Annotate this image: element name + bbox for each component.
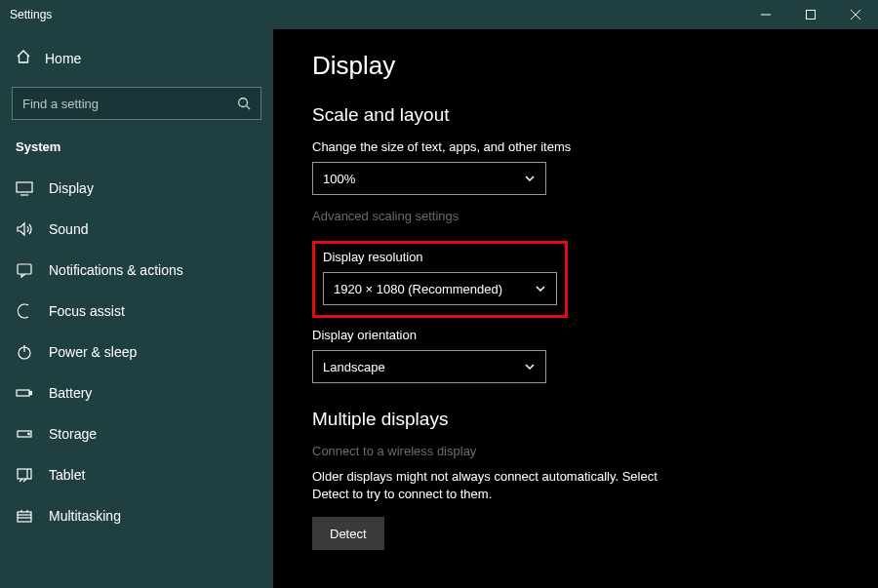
sidebar-item-focus-assist[interactable]: Focus assist — [0, 291, 273, 332]
search-icon — [237, 97, 251, 110]
sidebar-nav: Display Sound Notifications & actions Fo… — [0, 168, 273, 536]
home-label: Home — [45, 51, 81, 66]
storage-icon — [16, 425, 33, 443]
svg-rect-11 — [17, 390, 29, 396]
advanced-scaling-link[interactable]: Advanced scaling settings — [312, 209, 839, 223]
orientation-value: Landscape — [323, 360, 385, 374]
sidebar-item-label: Storage — [49, 426, 97, 442]
close-button[interactable] — [833, 0, 878, 29]
sound-icon — [16, 220, 33, 238]
sidebar: Home System Display Sound — [0, 29, 273, 588]
multiple-displays-title: Multiple displays — [312, 409, 839, 430]
svg-point-4 — [239, 98, 248, 107]
svg-rect-6 — [17, 182, 32, 192]
window-title: Settings — [0, 8, 52, 21]
titlebar: Settings — [0, 0, 878, 29]
sidebar-item-label: Notifications & actions — [49, 262, 183, 278]
svg-point-14 — [28, 433, 30, 435]
orientation-label: Display orientation — [312, 328, 839, 342]
sidebar-item-label: Sound — [49, 221, 88, 237]
resolution-label: Display resolution — [323, 250, 557, 264]
sidebar-item-label: Multitasking — [49, 508, 121, 524]
wireless-display-link[interactable]: Connect to a wireless display — [312, 444, 839, 458]
sidebar-item-label: Battery — [49, 385, 92, 401]
orientation-select[interactable]: Landscape — [312, 350, 546, 383]
sidebar-item-tablet[interactable]: Tablet — [0, 454, 273, 495]
search-input[interactable] — [12, 87, 261, 120]
scale-value: 100% — [323, 172, 355, 186]
home-link[interactable]: Home — [0, 37, 273, 79]
multitasking-icon — [16, 507, 33, 525]
notifications-icon — [16, 261, 33, 279]
resolution-highlight: Display resolution 1920 × 1080 (Recommen… — [312, 241, 568, 318]
sidebar-item-label: Display — [49, 180, 94, 196]
svg-rect-1 — [807, 11, 816, 20]
power-icon — [16, 343, 33, 361]
sidebar-item-label: Focus assist — [49, 303, 125, 319]
chevron-down-icon — [524, 173, 536, 184]
scale-label: Change the size of text, apps, and other… — [312, 139, 839, 154]
minimize-button[interactable] — [743, 0, 788, 29]
svg-line-5 — [247, 106, 251, 110]
display-icon — [16, 179, 33, 197]
resolution-select[interactable]: 1920 × 1080 (Recommended) — [323, 272, 557, 305]
sidebar-item-storage[interactable]: Storage — [0, 413, 273, 454]
tablet-icon — [16, 466, 33, 484]
chevron-down-icon — [535, 283, 546, 294]
page-title: Display — [312, 51, 839, 81]
sidebar-item-power-sleep[interactable]: Power & sleep — [0, 332, 273, 372]
maximize-button[interactable] — [788, 0, 833, 29]
detect-description: Older displays might not always connect … — [312, 468, 683, 503]
sidebar-item-label: Tablet — [49, 467, 85, 483]
svg-rect-17 — [18, 512, 31, 522]
svg-rect-15 — [18, 469, 31, 479]
focus-assist-icon — [16, 302, 33, 320]
sidebar-item-notifications[interactable]: Notifications & actions — [0, 250, 273, 291]
content-area: Display Scale and layout Change the size… — [273, 29, 878, 588]
sidebar-section-title: System — [0, 134, 273, 168]
battery-icon — [16, 384, 33, 402]
sidebar-item-multitasking[interactable]: Multitasking — [0, 495, 273, 536]
chevron-down-icon — [524, 361, 536, 372]
sidebar-item-sound[interactable]: Sound — [0, 209, 273, 250]
svg-rect-8 — [18, 264, 31, 274]
home-icon — [16, 49, 31, 67]
sidebar-item-battery[interactable]: Battery — [0, 372, 273, 413]
sidebar-item-label: Power & sleep — [49, 344, 137, 360]
resolution-value: 1920 × 1080 (Recommended) — [334, 282, 502, 296]
detect-button[interactable]: Detect — [312, 517, 384, 550]
search-field[interactable] — [22, 97, 237, 111]
sidebar-item-display[interactable]: Display — [0, 168, 273, 209]
scale-section-title: Scale and layout — [312, 104, 839, 126]
scale-select[interactable]: 100% — [312, 162, 546, 195]
svg-rect-12 — [30, 392, 32, 395]
